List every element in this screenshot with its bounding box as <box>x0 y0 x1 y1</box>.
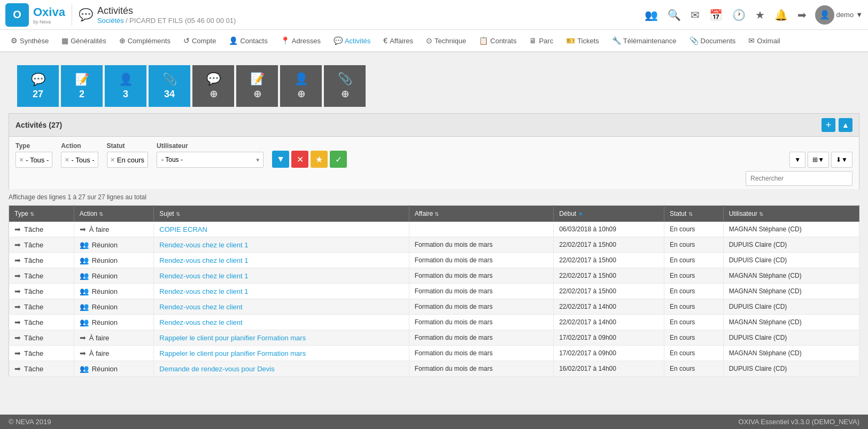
tab-parc[interactable]: 🖥 Parc <box>523 30 560 52</box>
tab-compte[interactable]: ↺ Compte <box>177 30 223 52</box>
table-row[interactable]: ➡Tâche 👥Réunion Demande de rendez-vous p… <box>9 361 859 377</box>
sujet-link[interactable]: Rendez-vous chez le client 1 <box>159 241 248 249</box>
table-row[interactable]: ➡Tâche ➡À faire Rappeler le client pour … <box>9 346 859 361</box>
tab-adresses[interactable]: 📍 Adresses <box>274 30 327 52</box>
tab-documents[interactable]: 📎 Documents <box>683 30 742 52</box>
sujet-link[interactable]: Demande de rendez-vous pour Devis <box>159 365 274 373</box>
cell-sujet[interactable]: Rendez-vous chez le client 1 <box>154 268 409 284</box>
table-row[interactable]: ➡Tâche ➡À faire COPIE ECRAN 06/03/2018 à… <box>9 222 859 237</box>
cell-statut: En cours <box>664 346 724 361</box>
table-row[interactable]: ➡Tâche 👥Réunion Rendez-vous chez le clie… <box>9 268 859 284</box>
activity-btn-add-contacts[interactable]: 👤 ⊕ <box>280 65 322 107</box>
view-export-btn[interactable]: ⬇▼ <box>831 152 852 168</box>
pagination-info: Affichage des lignes 1 à 27 sur 27 ligne… <box>9 189 859 205</box>
activity-btn-add-notes[interactable]: 📝 ⊕ <box>236 65 278 107</box>
history-icon-btn[interactable]: 🕐 <box>731 7 747 22</box>
filter-check-btn[interactable]: ✓ <box>330 151 347 168</box>
statut-filter-tag[interactable]: × En cours <box>107 152 149 168</box>
view-grid-btn[interactable]: ⊞▼ <box>808 152 829 168</box>
tab-activites[interactable]: 💬 Activités <box>327 30 377 52</box>
type-filter-tag[interactable]: × - Tous - <box>15 152 52 168</box>
collapse-button[interactable]: ▲ <box>839 118 852 132</box>
statut-remove-icon[interactable]: × <box>111 155 115 164</box>
col-affaire[interactable]: Affaire ⇅ <box>409 206 553 222</box>
tab-synthese[interactable]: ⚙ Synthèse <box>4 30 55 52</box>
cell-type: ➡Tâche <box>9 299 74 315</box>
logout-icon-btn[interactable]: ➡ <box>796 7 808 22</box>
cell-sujet[interactable]: Rappeler le client pour planifier Format… <box>154 330 409 346</box>
col-statut[interactable]: Statut ⇅ <box>664 206 724 222</box>
table-row[interactable]: ➡Tâche 👥Réunion Rendez-vous chez le clie… <box>9 284 859 299</box>
sujet-link[interactable]: Rappeler le client pour planifier Format… <box>159 349 306 357</box>
add-activity-button[interactable]: + <box>821 118 835 132</box>
tab-contrats[interactable]: 📋 Contrats <box>472 30 523 52</box>
search-icon-btn[interactable]: 🔍 <box>666 7 682 22</box>
utilisateur-select[interactable]: - Tous - <box>157 152 264 168</box>
filter-clear-btn[interactable]: ✕ <box>291 151 308 168</box>
calendar-icon-btn[interactable]: 📅 <box>708 7 724 22</box>
sujet-link[interactable]: COPIE ECRAN <box>159 225 207 233</box>
table-row[interactable]: ➡Tâche ➡À faire Rappeler le client pour … <box>9 330 859 346</box>
cell-statut: En cours <box>664 222 724 237</box>
users-icon-btn[interactable]: 👥 <box>644 7 659 22</box>
tab-tickets[interactable]: 🎫 Tickets <box>560 30 606 52</box>
breadcrumb: Sociétés / PICARD ET FILS (05 46 00 00 0… <box>97 17 236 25</box>
type-arrow-icon: ➡ <box>14 271 21 280</box>
add-circle-icon-3: ⊕ <box>297 88 305 100</box>
view-filter-btn[interactable]: ▼ <box>789 152 805 168</box>
star-icon-btn[interactable]: ★ <box>754 7 766 22</box>
sujet-link[interactable]: Rappeler le client pour planifier Format… <box>159 334 306 342</box>
sujet-link[interactable]: Rendez-vous chez le client 1 <box>159 287 248 295</box>
tab-generalites[interactable]: ▦ Généralités <box>55 30 112 52</box>
cell-sujet[interactable]: Rappeler le client pour planifier Format… <box>154 346 409 361</box>
tab-affaires[interactable]: € Affaires <box>377 30 420 52</box>
sujet-link[interactable]: Rendez-vous chez le client <box>159 303 242 311</box>
user-menu-btn[interactable]: 👤 demo ▼ <box>815 5 863 25</box>
tab-oximail[interactable]: ✉ Oximail <box>742 30 786 52</box>
activity-btn-add-attach[interactable]: 📎 ⊕ <box>324 65 366 107</box>
sujet-link[interactable]: Rendez-vous chez le client 1 <box>159 256 248 264</box>
bell-icon-btn[interactable]: 🔔 <box>773 7 789 22</box>
col-utilisateur[interactable]: Utilisateur ⇅ <box>723 206 859 222</box>
tab-telemaintenance[interactable]: 🔧 Télémaintenance <box>606 30 683 52</box>
activity-btn-add-chat[interactable]: 💬 ⊕ <box>192 65 234 107</box>
cell-sujet[interactable]: Rendez-vous chez le client <box>154 299 409 315</box>
type-remove-icon[interactable]: × <box>19 155 24 164</box>
cell-sujet[interactable]: Rendez-vous chez le client 1 <box>154 284 409 299</box>
activity-btn-contacts[interactable]: 👤 3 <box>105 65 146 107</box>
table-row[interactable]: ➡Tâche 👥Réunion Rendez-vous chez le clie… <box>9 299 859 315</box>
table-row[interactable]: ➡Tâche 👥Réunion Rendez-vous chez le clie… <box>9 253 859 268</box>
activity-btn-chat[interactable]: 💬 27 <box>17 65 59 107</box>
add-circle-icon-1: ⊕ <box>210 88 218 100</box>
activity-btn-notes[interactable]: 📝 2 <box>61 65 103 107</box>
contrats-icon: 📋 <box>479 36 488 45</box>
cell-sujet[interactable]: Rendez-vous chez le client 1 <box>154 237 409 253</box>
tab-complements[interactable]: ⊕ Compléments <box>113 30 177 52</box>
section-header: Activités (27) + ▲ <box>9 113 859 136</box>
action-filter-tag[interactable]: × - Tous - <box>61 152 98 168</box>
mail-icon-btn[interactable]: ✉ <box>689 7 701 22</box>
action-icon: 👥 <box>80 318 89 326</box>
activity-btn-attach[interactable]: 📎 34 <box>149 65 190 107</box>
cell-sujet[interactable]: Rendez-vous chez le client 1 <box>154 253 409 268</box>
search-input[interactable] <box>746 171 852 186</box>
tab-technique[interactable]: ⊙ Technique <box>420 30 472 52</box>
col-type[interactable]: Type ⇅ <box>9 206 74 222</box>
table-row[interactable]: ➡Tâche 👥Réunion Rendez-vous chez le clie… <box>9 315 859 330</box>
tab-contacts[interactable]: 👤 Contacts <box>222 30 274 52</box>
col-debut[interactable]: Début <box>554 206 664 222</box>
cell-sujet[interactable]: Demande de rendez-vous pour Devis <box>154 361 409 377</box>
sujet-link[interactable]: Rendez-vous chez le client <box>159 318 242 326</box>
sujet-link[interactable]: Rendez-vous chez le client 1 <box>159 272 248 280</box>
cell-sujet[interactable]: COPIE ECRAN <box>154 222 409 237</box>
filter-apply-btn[interactable]: ▼ <box>272 151 289 168</box>
tab-oximail-label: Oximail <box>757 37 780 45</box>
action-remove-icon[interactable]: × <box>65 155 69 164</box>
breadcrumb-societes[interactable]: Sociétés <box>97 17 124 25</box>
filter-star-btn[interactable]: ★ <box>311 151 328 168</box>
table-row[interactable]: ➡Tâche 👥Réunion Rendez-vous chez le clie… <box>9 237 859 253</box>
col-sujet[interactable]: Sujet ⇅ <box>154 206 409 222</box>
col-action[interactable]: Action ⇅ <box>74 206 154 222</box>
cell-sujet[interactable]: Rendez-vous chez le client <box>154 315 409 330</box>
tab-technique-label: Technique <box>435 37 466 45</box>
